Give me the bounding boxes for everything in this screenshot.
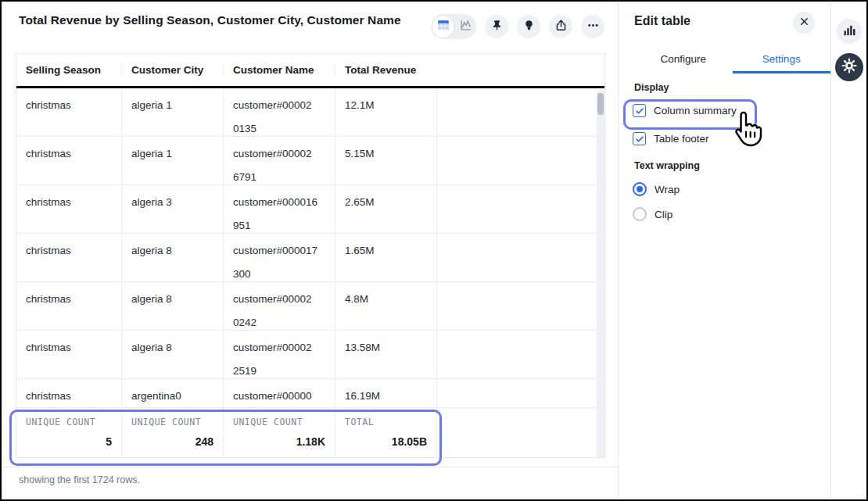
tab-settings[interactable]: Settings [733, 47, 831, 73]
table-cell[interactable] [436, 331, 604, 378]
lightbulb-button[interactable] [517, 15, 540, 38]
table-header-row: Selling SeasonCustomer CityCustomer Name… [16, 54, 604, 88]
table-cell[interactable]: christmas [16, 185, 121, 233]
table-cell[interactable]: customer#00002 6791 [223, 137, 335, 184]
column-header[interactable]: Customer City [121, 64, 223, 76]
summary-value: 5 [26, 435, 112, 448]
radio-clip[interactable]: Clip [633, 207, 673, 221]
view-toggle [431, 14, 476, 39]
panel-tabs: Configure Settings [634, 47, 830, 73]
radio-unselected-icon [633, 207, 647, 221]
table-cell[interactable]: 13.58M [335, 331, 436, 378]
table-row: christmasalgeria 1customer#00002 67915.1… [16, 137, 604, 185]
close-button[interactable] [793, 12, 815, 34]
share-button[interactable] [549, 15, 572, 38]
table-icon [436, 18, 450, 35]
table-cell[interactable]: christmas [16, 234, 121, 281]
summary-label: UNIQUE COUNT [26, 417, 112, 428]
summary-cell-empty [436, 408, 604, 457]
summary-cell[interactable]: TOTAL18.05B [335, 408, 436, 457]
table-row: christmasalgeria 1customer#00002 013512.… [16, 88, 604, 137]
pin-icon [490, 19, 504, 35]
column-header[interactable]: Total Revenue [335, 64, 436, 76]
table-cell[interactable]: customer#000016 951 [223, 185, 335, 233]
close-icon [799, 16, 809, 30]
summary-cell[interactable]: UNIQUE COUNT5 [16, 408, 121, 457]
table-row: christmasalgeria 3customer#000016 9512.6… [16, 185, 604, 234]
table-view-button[interactable] [432, 16, 454, 38]
status-text: showing the first 1724 rows. [2, 467, 618, 485]
table-cell[interactable] [436, 137, 604, 184]
table-cell[interactable]: christmas [16, 137, 121, 184]
table-cell[interactable]: customer#00002 0242 [223, 282, 335, 330]
table-cell[interactable] [436, 88, 604, 136]
settings-gear-button[interactable] [835, 53, 863, 81]
table-body: christmasalgeria 1customer#00002 013512.… [16, 88, 604, 408]
table-cell[interactable]: customer#000017 300 [223, 234, 335, 281]
summary-label: UNIQUE COUNT [131, 417, 213, 428]
app-window: Total Revenue by Selling Season, Custome… [0, 0, 868, 501]
checkbox-label: Table footer [654, 133, 709, 145]
table-cell[interactable]: algeria 3 [121, 185, 223, 233]
table-cell[interactable] [436, 234, 604, 281]
table-cell[interactable]: 2.65M [335, 185, 436, 233]
table-cell[interactable] [436, 379, 604, 407]
share-icon [554, 19, 568, 35]
table-row: christmasalgeria 8customer#00002 02424.8… [16, 282, 604, 331]
checkbox-column-summary[interactable]: Column summary [633, 104, 737, 117]
table-cell[interactable]: algeria 1 [121, 88, 223, 136]
table-cell[interactable] [436, 185, 604, 233]
workbook-canvas: Total Revenue by Selling Season, Custome… [2, 2, 618, 499]
radio-label: Clip [655, 209, 673, 220]
chart-element-button[interactable] [837, 19, 862, 44]
table-cell[interactable]: 4.8M [335, 282, 436, 330]
table-cell[interactable]: customer#00000 [223, 379, 335, 407]
summary-value: 248 [131, 435, 213, 448]
summary-label: TOTAL [345, 417, 427, 428]
chart-view-button[interactable] [455, 16, 476, 38]
ellipsis-icon [586, 19, 600, 35]
more-button[interactable] [581, 15, 604, 38]
edit-table-panel: Edit table Configure Settings Display Co… [618, 2, 830, 499]
table-scrollbar[interactable] [597, 91, 604, 457]
column-header[interactable]: Customer Name [223, 64, 335, 76]
table-cell[interactable]: algeria 8 [121, 282, 223, 330]
data-table: Selling SeasonCustomer CityCustomer Name… [16, 53, 605, 458]
table-cell[interactable]: 12.1M [335, 88, 436, 136]
table-cell[interactable]: customer#00002 2519 [223, 331, 335, 378]
summary-cell[interactable]: UNIQUE COUNT248 [121, 408, 223, 457]
table-cell[interactable]: christmas [16, 379, 121, 407]
summary-value: 1.18K [233, 435, 325, 448]
table-row: christmasalgeria 8customer#000017 3001.6… [16, 234, 604, 282]
table-cell[interactable]: algeria 8 [121, 234, 223, 281]
checkbox-table-footer[interactable]: Table footer [633, 132, 709, 145]
table-cell[interactable]: 5.15M [335, 137, 436, 184]
table-cell[interactable]: customer#00002 0135 [223, 88, 335, 136]
checkbox-icon [633, 132, 646, 145]
tab-configure[interactable]: Configure [634, 47, 733, 73]
gear-icon [841, 57, 858, 77]
radio-selected-icon [633, 182, 647, 196]
table-cell[interactable]: algeria 1 [121, 137, 223, 184]
table-cell[interactable]: christmas [16, 331, 121, 378]
checkbox-label: Column summary [654, 105, 737, 116]
radio-label: Wrap [655, 184, 680, 195]
table-cell[interactable]: christmas [16, 88, 121, 136]
line-chart-icon [459, 18, 473, 35]
column-header[interactable]: Selling Season [16, 64, 121, 76]
table-cell[interactable]: christmas [16, 282, 121, 330]
table-cell[interactable] [436, 282, 604, 330]
summary-cell[interactable]: UNIQUE COUNT1.18K [223, 408, 335, 457]
table-cell[interactable]: 1.65M [335, 234, 436, 281]
pin-button[interactable] [485, 15, 508, 38]
text-wrapping-heading: Text wrapping [634, 160, 700, 171]
table-cell[interactable]: argentina0 [121, 379, 223, 407]
radio-wrap[interactable]: Wrap [633, 182, 680, 196]
checkbox-icon [633, 104, 646, 117]
table-row: christmasargentina0customer#0000016.19M [16, 379, 604, 408]
table-cell[interactable]: algeria 8 [121, 331, 223, 378]
scrollbar-thumb[interactable] [597, 93, 604, 115]
panel-title: Edit table [634, 14, 690, 28]
panel-rail [830, 2, 866, 499]
table-cell[interactable]: 16.19M [335, 379, 436, 407]
